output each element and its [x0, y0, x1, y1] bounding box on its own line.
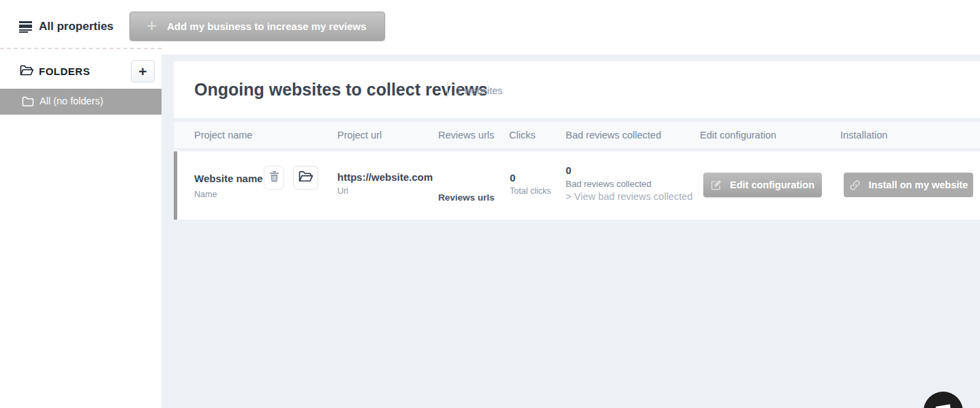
app-window: All properties + Add my business to incr…: [0, 0, 980, 408]
edit-configuration-button[interactable]: Edit configuration: [703, 173, 822, 197]
install-on-website-button[interactable]: Install on my website: [844, 173, 973, 197]
column-header-bad-reviews: Bad reviews collected: [566, 130, 661, 141]
chat-bubble-icon: [934, 401, 953, 408]
folders-title: FOLDERS: [39, 65, 90, 77]
project-url-sublabel: Url: [337, 186, 348, 196]
column-header-edit-configuration: Edit configuration: [700, 130, 776, 141]
link-icon: [849, 179, 861, 191]
page-title: Ongoing websites to collect reviews: [194, 80, 488, 100]
title-divider: [447, 82, 448, 97]
table-header: Project name Project url Reviews urls Cl…: [174, 121, 980, 149]
column-header-reviews-urls: Reviews urls: [438, 130, 494, 141]
folder-icon: [22, 96, 34, 109]
column-header-clicks: Clicks: [509, 130, 536, 141]
edit-pencil-icon: [711, 179, 722, 190]
sidebar-item-label: All (no folders): [40, 96, 103, 106]
sidebar: FOLDERS + All (no folders): [0, 55, 162, 408]
plus-icon: +: [145, 20, 158, 33]
folder-open-icon: [20, 65, 34, 79]
column-header-project-name: Project name: [194, 130, 252, 141]
reviews-urls-link[interactable]: Reviews urls: [438, 192, 495, 203]
clicks-value: 0: [510, 172, 515, 184]
column-header-installation: Installation: [840, 130, 887, 141]
folders-header: FOLDERS +: [0, 55, 162, 89]
view-bad-reviews-link[interactable]: > View bad reviews collected: [566, 191, 692, 202]
heading-card: Ongoing websites to collect reviews 1 we…: [174, 61, 980, 118]
table-row: Website name Name: [174, 151, 980, 220]
project-name-value: Website name: [194, 173, 263, 184]
column-header-project-url: Project url: [337, 130, 382, 141]
project-name-sublabel: Name: [194, 190, 217, 199]
sidebar-item-all-folders[interactable]: All (no folders): [0, 89, 162, 115]
topbar: All properties + Add my business to incr…: [0, 0, 980, 55]
add-business-label: Add my business to increase my reviews: [167, 20, 367, 32]
delete-project-button[interactable]: [264, 166, 284, 190]
bad-reviews-sublabel: Bad reviews collected: [566, 179, 652, 189]
edit-configuration-label: Edit configuration: [730, 179, 814, 190]
bad-reviews-value: 0: [566, 164, 571, 176]
clicks-sublabel: Total clicks: [510, 186, 551, 196]
add-folder-button[interactable]: +: [131, 60, 155, 83]
add-business-button[interactable]: + Add my business to increase my reviews: [129, 12, 385, 41]
topbar-divider: [0, 48, 162, 49]
trash-icon: [269, 171, 279, 185]
project-url-value: https://website.com: [337, 171, 433, 183]
chat-widget-button[interactable]: [923, 392, 963, 408]
folder-open-icon: [298, 171, 313, 186]
all-properties-title: All properties: [39, 20, 114, 33]
move-to-folder-button[interactable]: [293, 166, 318, 190]
install-on-website-label: Install on my website: [869, 179, 968, 190]
properties-icon: [19, 21, 32, 32]
websites-count: 1 websites: [456, 85, 503, 96]
